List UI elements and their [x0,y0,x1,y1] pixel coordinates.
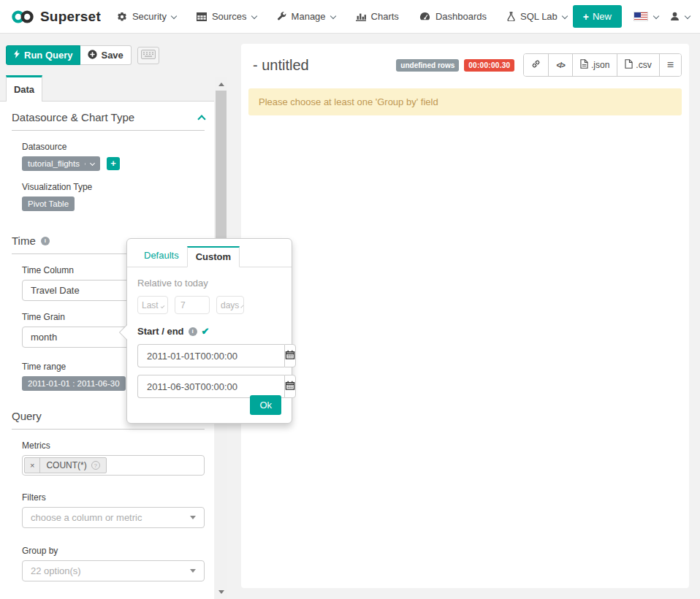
remove-metric-button[interactable]: × [25,458,40,473]
tab-custom[interactable]: Custom [187,246,240,267]
query-toolbar: Run Query Save [6,45,159,65]
export-csv-label: .csv [636,60,651,70]
language-selector[interactable] [634,12,658,21]
tab-data[interactable]: Data [6,75,42,102]
relative-heading: Relative to today [137,278,281,289]
caret-down-icon [171,12,177,18]
cogs-icon [117,12,127,22]
group-by-select[interactable]: 22 option(s) [22,560,205,581]
add-datasource-button[interactable]: + [107,157,120,170]
user-icon [670,12,680,21]
metrics-select[interactable]: × COUNT(*) ? [22,455,205,476]
datasource-pill[interactable]: tutorial_flights [22,156,100,171]
plus-circle-icon [88,50,97,61]
user-menu[interactable] [670,12,690,21]
time-range-value: 2011-01-01 : 2011-06-30 [28,379,120,388]
short-link-button[interactable] [524,54,548,76]
save-button[interactable]: Save [80,45,131,65]
nav-manage[interactable]: Manage [277,11,335,22]
tab-defaults[interactable]: Defaults [136,246,187,267]
start-calendar-button[interactable] [284,344,296,367]
group-by-control: Group by 22 option(s) [12,546,205,581]
ok-button[interactable]: Ok [250,395,281,415]
relative-mode-select[interactable]: Last [137,296,168,314]
popover-tabs: Defaults Custom [127,239,292,267]
info-icon: i [41,237,50,245]
scroll-up-button[interactable] [215,78,227,90]
start-end-heading: Start / end i ✔ [137,326,281,337]
file-csv-icon [625,59,633,71]
section-query-title: Query [12,410,42,422]
bar-chart-icon [356,12,366,21]
new-button-label: New [593,11,612,22]
caret-down-icon [251,12,256,18]
viz-type-control: Visualization Type Pivot Table [12,182,205,211]
dashboard-icon [419,12,430,21]
popover-arrow [120,325,127,340]
nav-label: Sources [212,11,247,22]
check-icon: ✔ [202,326,210,337]
row-count-badge: undefined rows [396,59,459,72]
info-icon: i [189,327,197,336]
results-header: - untitled undefined rows 00:00:00.30 </… [241,44,689,81]
datasource-control: Datasource tutorial_flights + [12,142,205,171]
nav-label: Charts [371,11,399,22]
time-range-pill[interactable]: 2011-01-01 : 2011-06-30 [22,376,126,391]
datasource-value: tutorial_flights [28,159,80,168]
caret-down-icon [160,304,164,308]
start-end-label: Start / end [137,326,184,337]
us-flag-icon [634,12,648,21]
calendar-icon [285,350,295,362]
end-calendar-button[interactable] [284,375,296,398]
caret-down-icon [653,12,659,18]
run-query-button[interactable]: Run Query [6,45,80,65]
table-icon [197,12,207,21]
nav-label: Security [132,11,167,22]
tab-data-label: Data [14,84,34,95]
nav-sources[interactable]: Sources [197,11,256,22]
viz-type-pill[interactable]: Pivot Table [22,197,75,211]
start-date-input[interactable] [137,344,284,367]
section-datasource-header[interactable]: Datasource & Chart Type [12,111,205,123]
view-query-button[interactable]: </> [548,54,571,76]
scroll-down-button[interactable] [215,586,227,598]
metric-chip: × COUNT(*) ? [24,457,107,473]
superset-app: Superset Security Sources [0,0,700,599]
export-button-group: </> .json .csv ≡ [523,53,682,77]
divider [12,429,205,430]
brand[interactable]: Superset [10,9,101,25]
metrics-label: Metrics [22,440,205,451]
superset-logo-icon [10,9,35,24]
filters-select[interactable]: choose a column or metric [22,507,205,528]
info-icon: ? [91,461,100,470]
caret-down-icon [330,12,335,18]
nav-dashboards[interactable]: Dashboards [419,11,487,22]
divider [12,130,205,131]
results-header-right: undefined rows 00:00:00.30 </> [396,53,682,77]
query-timer-badge: 00:00:00.30 [464,59,514,72]
link-icon [531,59,541,71]
menu-icon: ≡ [667,61,674,69]
time-grain-value: month [31,332,57,343]
relative-unit-select[interactable]: days [216,296,244,314]
new-button[interactable]: + New [573,5,622,28]
navbar: Superset Security Sources [0,0,700,34]
lightning-icon [14,50,20,61]
relative-unit-value: days [221,300,239,310]
time-column-value: Travel Date [31,285,80,296]
more-options-button[interactable]: ≡ [659,54,681,76]
section-time-title: Time [12,234,36,247]
wrench-icon [277,12,286,21]
keyboard-shortcuts-button[interactable] [137,47,159,64]
chart-title[interactable]: - untitled [253,57,309,74]
nav-charts[interactable]: Charts [356,11,399,22]
export-csv-button[interactable]: .csv [617,54,658,76]
export-json-button[interactable]: .json [572,54,617,76]
relative-mode-value: Last [142,300,159,310]
nav-sql-lab[interactable]: SQL Lab [507,11,567,22]
filters-label: Filters [22,492,205,503]
file-json-icon [580,59,588,71]
metric-chip-label: COUNT(*) [46,460,86,470]
nav-security[interactable]: Security [117,11,176,22]
relative-number-input[interactable] [175,296,210,314]
